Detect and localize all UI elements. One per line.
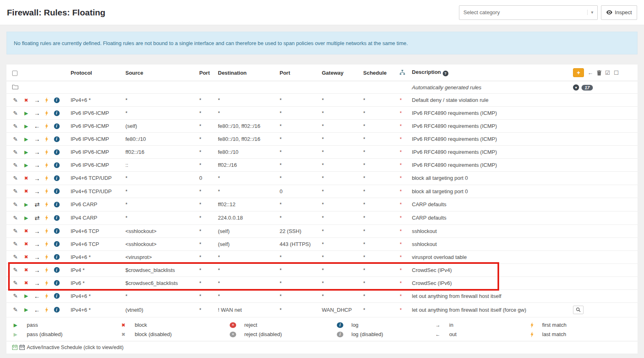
pass-icon[interactable]: ▶ [23, 293, 30, 299]
cell-destination-port: 0 [277, 185, 319, 198]
rule-count-badge: 17 [582, 85, 593, 91]
info-icon[interactable]: i [54, 202, 60, 207]
cell-schedule: * [361, 250, 397, 263]
edit-rule-icon[interactable]: ✎ [12, 188, 19, 194]
cell-destination-port: * [277, 263, 319, 276]
rule-row: ✎ ✖ → i IPv4+6 TCP/UDP * 0 * * * * * blo… [6, 172, 638, 185]
edit-rule-icon[interactable]: ✎ [12, 201, 19, 208]
block-icon[interactable]: ✖ [23, 280, 30, 286]
info-icon[interactable]: i [54, 97, 60, 103]
cell-source-port: * [197, 302, 215, 317]
block-icon[interactable]: ✖ [23, 267, 30, 273]
cell-interface-mark: * [397, 198, 409, 211]
cell-gateway: * [319, 276, 361, 289]
pass-icon[interactable]: ▶ [23, 215, 30, 221]
cell-interface-mark: * [397, 289, 409, 302]
col-schedule: Schedule [361, 65, 397, 81]
pass-icon[interactable]: ▶ [23, 136, 30, 142]
cell-source: $crowdsec_blacklists [123, 263, 197, 276]
schedule-note[interactable]: Active/Inactive Schedule (click to view/… [6, 341, 638, 354]
cell-source: fe80::/10 [123, 133, 197, 146]
edit-rule-icon[interactable]: ✎ [12, 254, 19, 260]
legend-label: block [135, 322, 147, 328]
edit-rule-icon[interactable]: ✎ [12, 267, 19, 273]
pass-icon[interactable]: ▶ [23, 162, 30, 168]
cell-interface-mark: * [397, 250, 409, 263]
edit-rule-icon[interactable]: ✎ [12, 215, 19, 221]
info-icon[interactable]: i [54, 215, 60, 221]
info-icon[interactable]: i [54, 228, 60, 234]
enable-selected-button[interactable]: ☑ [605, 68, 610, 77]
cell-protocol: IPv6 IPV6-ICMP [68, 107, 123, 120]
disable-selected-button[interactable]: ☐ [614, 68, 619, 77]
rule-row: ✎ ✖ → i IPv4+6 TCP <sshlockout> * (self)… [6, 237, 638, 250]
add-rule-button[interactable]: + [573, 68, 584, 77]
pass-icon[interactable]: ▶ [23, 202, 30, 207]
direction-in-icon: → [34, 175, 40, 182]
caret-down-icon[interactable]: ▾ [587, 10, 594, 15]
block-icon[interactable]: ✖ [23, 175, 30, 181]
select-all-checkbox[interactable] [12, 71, 17, 76]
block-icon[interactable]: ✖ [23, 254, 30, 260]
info-icon[interactable]: i [54, 293, 60, 299]
block-icon[interactable]: ✖ [23, 241, 30, 247]
edit-rule-icon[interactable]: ✎ [12, 241, 19, 247]
cell-gateway: * [319, 198, 361, 211]
pass-icon[interactable]: ▶ [23, 123, 30, 129]
cell-source: <virusprot> [123, 250, 197, 263]
category-select[interactable]: Select category ▾ [459, 5, 598, 20]
lookup-button[interactable] [573, 306, 584, 314]
edit-rule-icon[interactable]: ✎ [12, 110, 19, 116]
rules-panel: Protocol Source Port Destination Port Ga… [6, 65, 638, 354]
block-icon[interactable]: ✖ [23, 97, 30, 103]
cell-schedule: * [361, 107, 397, 120]
info-icon[interactable]: i [54, 267, 60, 273]
pass-icon[interactable]: ▶ [23, 149, 30, 155]
cell-source: $crowdsec6_blacklists [123, 276, 197, 289]
edit-rule-icon[interactable]: ✎ [12, 306, 19, 313]
lightning-icon [45, 188, 49, 194]
delete-selected-button[interactable] [597, 68, 601, 77]
help-icon[interactable]: ? [443, 71, 448, 76]
edit-rule-icon[interactable]: ✎ [12, 149, 19, 155]
info-icon[interactable]: i [54, 241, 60, 247]
info-icon[interactable]: i [54, 149, 60, 155]
legend-label: log (disabled) [351, 331, 383, 337]
info-icon[interactable]: i [54, 307, 60, 313]
edit-rule-icon[interactable]: ✎ [12, 175, 19, 181]
cell-destination: * [215, 263, 277, 276]
info-icon[interactable]: i [54, 188, 60, 194]
edit-rule-icon[interactable]: ✎ [12, 136, 19, 142]
move-selected-button[interactable]: ← [588, 68, 593, 77]
log-disabled-icon: i [337, 332, 343, 337]
info-icon[interactable]: i [54, 123, 60, 129]
edit-rule-icon[interactable]: ✎ [12, 228, 19, 234]
legend-item-out: ←out [435, 330, 530, 339]
cell-schedule: * [361, 159, 397, 172]
block-icon[interactable]: ✖ [23, 188, 30, 194]
block-icon[interactable]: ✖ [23, 228, 30, 234]
edit-rule-icon[interactable]: ✎ [12, 97, 19, 104]
info-icon[interactable]: i [54, 162, 60, 168]
info-icon[interactable]: i [54, 175, 60, 181]
rule-icons-cell: ✎ ✖ → i [6, 263, 68, 276]
edit-rule-icon[interactable]: ✎ [12, 162, 19, 168]
info-icon[interactable]: i [54, 280, 60, 286]
info-icon[interactable]: i [54, 110, 60, 116]
cell-source-port: * [197, 211, 215, 224]
cell-gateway: * [319, 133, 361, 146]
pass-icon[interactable]: ▶ [23, 307, 30, 313]
legend-item-log-disabled: ilog (disabled) [337, 330, 435, 339]
rule-row: ✎ ✖ → i IPv4+6 * * * * * * * * Default d… [6, 94, 638, 107]
cell-destination: * [215, 94, 277, 107]
opnsense-page: Firewall: Rules: Floating Select categor… [0, 0, 644, 358]
pass-icon[interactable]: ▶ [23, 110, 30, 116]
inspect-button[interactable]: Inspect [601, 5, 637, 20]
info-icon[interactable]: i [54, 254, 60, 260]
collapse-icon[interactable]: ▾ [573, 84, 579, 91]
edit-rule-icon[interactable]: ✎ [12, 280, 19, 286]
edit-rule-icon[interactable]: ✎ [12, 123, 19, 129]
edit-rule-icon[interactable]: ✎ [12, 293, 19, 299]
info-icon[interactable]: i [54, 136, 60, 142]
cell-schedule: * [361, 224, 397, 237]
